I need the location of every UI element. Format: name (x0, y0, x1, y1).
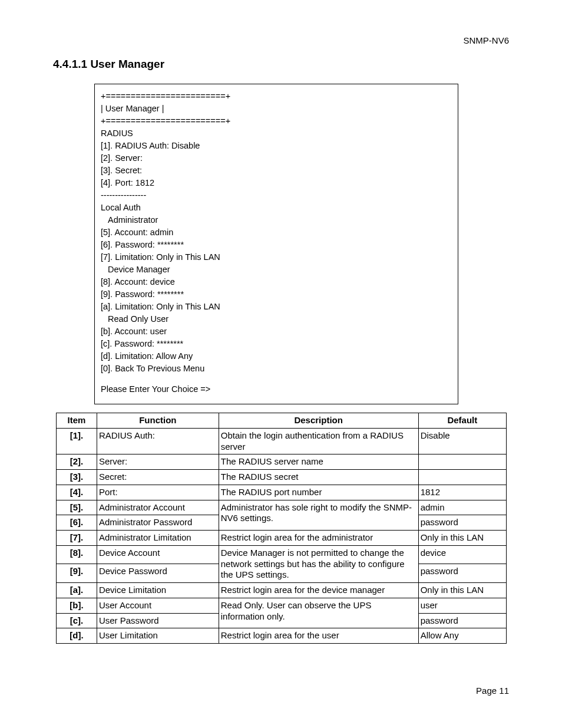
cell-function: RADIUS Auth: (97, 428, 219, 454)
cell-function: User Account (97, 598, 219, 613)
terminal-border-bottom: +========================+ (101, 115, 452, 127)
cell-item: [2]. (57, 454, 97, 470)
terminal-line: [4]. Port: 1812 (101, 177, 452, 189)
cell-function: Secret: (97, 470, 219, 485)
table-row: [8].Device AccountDevice Manager is not … (57, 545, 507, 564)
table-row: [a].Device LimitationRestrict login area… (57, 583, 507, 598)
cell-default: Only in this LAN (418, 583, 506, 598)
settings-table: Item Function Description Default [1].RA… (56, 413, 507, 644)
terminal-line: [9]. Password: ******** (101, 288, 452, 301)
cell-description: Administrator has sole right to modify t… (219, 500, 418, 531)
cell-default: password (418, 613, 506, 628)
terminal-line: [0]. Back To Previous Menu (101, 363, 452, 375)
cell-function: Device Account (97, 545, 219, 564)
col-description: Description (219, 413, 418, 429)
cell-item: [5]. (57, 500, 97, 515)
cell-default: device (418, 545, 506, 564)
cell-function: Administrator Limitation (97, 531, 219, 546)
cell-function: Port: (97, 485, 219, 500)
cell-function: User Password (97, 613, 219, 628)
cell-item: [7]. (57, 531, 97, 546)
table-row: [1].RADIUS Auth:Obtain the login authent… (57, 428, 507, 454)
cell-item: [4]. (57, 485, 97, 500)
cell-description: The RADIUS secret (219, 470, 418, 485)
cell-function: Administrator Account (97, 500, 219, 515)
cell-description: Read Only. User can observe the UPS info… (219, 598, 418, 628)
cell-description: The RADIUS server name (219, 454, 418, 470)
cell-item: [d]. (57, 628, 97, 644)
terminal-line: [7]. Limitation: Only in This LAN (101, 251, 452, 263)
cell-default: 1812 (418, 485, 506, 500)
terminal-divider: ---------------- (101, 189, 452, 202)
cell-item: [1]. (57, 428, 97, 454)
table-row: [d].User LimitationRestrict login area f… (57, 628, 507, 644)
cell-description: The RADIUS port number (219, 485, 418, 500)
cell-function: Device Limitation (97, 583, 219, 598)
cell-item: [6]. (57, 515, 97, 531)
table-row: [4].Port:The RADIUS port number1812 (57, 485, 507, 500)
col-item: Item (57, 413, 97, 429)
terminal-line: [1]. RADIUS Auth: Disable (101, 140, 452, 152)
table-row: [5].Administrator AccountAdministrator h… (57, 500, 507, 515)
cell-item: [3]. (57, 470, 97, 485)
cell-default: password (418, 564, 506, 583)
table-row: [2].Server:The RADIUS server name (57, 454, 507, 470)
cell-item: [b]. (57, 598, 97, 613)
cell-default: Disable (418, 428, 506, 454)
cell-item: [c]. (57, 613, 97, 628)
terminal-user-header: Read Only User (101, 313, 452, 325)
cell-default: admin (418, 500, 506, 515)
terminal-local-auth: Local Auth (101, 202, 452, 214)
terminal-line: [2]. Server: (101, 152, 452, 164)
cell-default (418, 470, 506, 485)
terminal-prompt: Please Enter Your Choice => (101, 383, 452, 396)
section-heading: 4.4.1.1 User Manager (53, 58, 164, 71)
terminal-device-header: Device Manager (101, 263, 452, 276)
page-number: Page 11 (476, 686, 509, 696)
cell-function: Server: (97, 454, 219, 470)
terminal-output: +========================+ | User Manage… (94, 84, 458, 404)
cell-description: Obtain the login authentication from a R… (219, 428, 418, 454)
cell-item: [a]. (57, 583, 97, 598)
col-function: Function (97, 413, 219, 429)
terminal-title: | User Manager | (101, 103, 452, 115)
cell-item: [9]. (57, 564, 97, 583)
table-row: [b].User AccountRead Only. User can obse… (57, 598, 507, 613)
cell-function: Device Password (97, 564, 219, 583)
cell-description: Restrict login area for the user (219, 628, 418, 644)
terminal-admin-header: Administrator (101, 214, 452, 226)
terminal-line: [3]. Secret: (101, 164, 452, 177)
cell-default (418, 454, 506, 470)
cell-default: password (418, 515, 506, 531)
cell-description: Device Manager is not permitted to chang… (219, 545, 418, 582)
terminal-line: [a]. Limitation: Only in This LAN (101, 301, 452, 313)
cell-function: User Limitation (97, 628, 219, 644)
terminal-line: [5]. Account: admin (101, 226, 452, 239)
cell-default: Only in this LAN (418, 531, 506, 546)
table-row: [7].Administrator LimitationRestrict log… (57, 531, 507, 546)
cell-item: [8]. (57, 545, 97, 564)
table-row: [3].Secret:The RADIUS secret (57, 470, 507, 485)
col-default: Default (418, 413, 506, 429)
terminal-line: [6]. Password: ******** (101, 239, 452, 251)
table-header-row: Item Function Description Default (57, 413, 507, 429)
terminal-radius-header: RADIUS (101, 127, 452, 140)
cell-default: user (418, 598, 506, 613)
cell-function: Administrator Password (97, 515, 219, 531)
cell-description: Restrict login area for the device manag… (219, 583, 418, 598)
cell-description: Restrict login area for the administrato… (219, 531, 418, 546)
terminal-border-top: +========================+ (101, 90, 452, 103)
document-id: SNMP-NV6 (463, 35, 509, 45)
terminal-line: [c]. Password: ******** (101, 338, 452, 350)
terminal-line: [b]. Account: user (101, 325, 452, 338)
cell-default: Allow Any (418, 628, 506, 644)
terminal-line: [8]. Account: device (101, 276, 452, 288)
terminal-blank (101, 375, 452, 383)
terminal-line: [d]. Limitation: Allow Any (101, 350, 452, 363)
